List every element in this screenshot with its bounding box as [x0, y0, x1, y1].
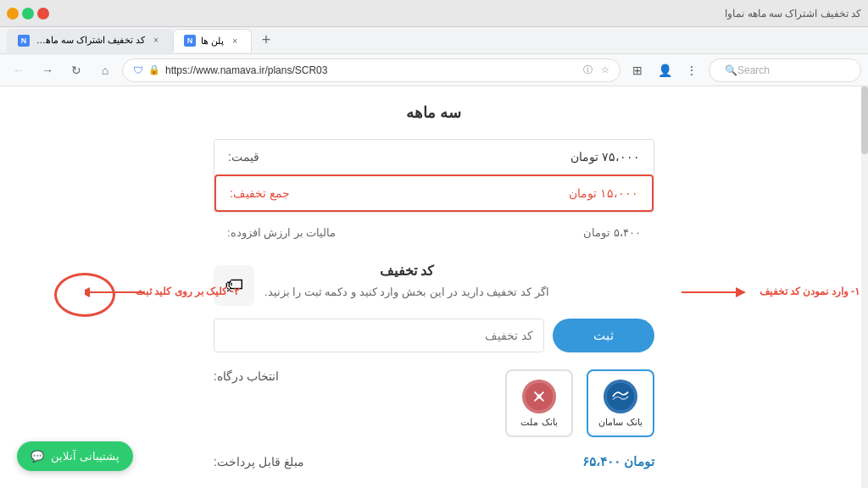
- circle-annotation: [54, 273, 115, 317]
- tab-discount[interactable]: N کد تخفیف اشتراک سه ماهه نماوا ×: [7, 29, 173, 53]
- saman-icon: [604, 380, 637, 413]
- mellat-icon: [522, 380, 556, 413]
- gateway-section: بانک سامان بانک ملت انتخاب درگا: [214, 369, 654, 437]
- gateway-saman[interactable]: بانک سامان: [587, 369, 654, 437]
- minimize-button[interactable]: [7, 8, 19, 19]
- tab-discount-label: کد تخفیف اشتراک سه ماهه نماوا: [35, 35, 145, 46]
- price-value: ۷۵،۰۰۰ تومان: [570, 150, 640, 164]
- security-icon: 🛡: [133, 64, 143, 76]
- search-bar[interactable]: 🔍 Search: [709, 58, 861, 82]
- discount-input-row: ثبت: [214, 319, 654, 352]
- profile-icon[interactable]: 👤: [653, 58, 676, 82]
- scrollbar-track[interactable]: [861, 86, 868, 488]
- discount-code-input[interactable]: [214, 319, 544, 352]
- gateway-label: انتخاب درگاه:: [214, 369, 279, 383]
- scrollbar-thumb[interactable]: [861, 86, 868, 154]
- title-bar: کد تخفیف اشتراک سه ماهه نماوا: [0, 0, 868, 27]
- support-icon: 💬: [31, 450, 44, 463]
- gateway-options: بانک سامان بانک ملت: [505, 369, 654, 437]
- bookmark-icon[interactable]: ☆: [601, 64, 609, 75]
- page-title: سه ماهه: [214, 103, 654, 122]
- svg-point-2: [537, 394, 541, 398]
- toolbar-icons: ⊞ 👤 ⋮: [626, 58, 704, 82]
- window-controls[interactable]: [7, 8, 49, 19]
- discount-row: ۱۵،۰۰۰ تومان جمع تخفیف:: [214, 175, 654, 212]
- arrow-2: [85, 280, 153, 305]
- mellat-label: بانک ملت: [520, 417, 557, 428]
- main-container: سه ماهه ۷۵،۰۰۰ تومان قیمت: ۱۵،۰۰۰ تومان …: [214, 86, 654, 488]
- home-button[interactable]: ⌂: [93, 58, 117, 82]
- support-label: پشتیبانی آنلاین: [51, 450, 120, 463]
- search-placeholder: Search: [737, 64, 770, 76]
- menu-icon[interactable]: ⋮: [680, 58, 704, 82]
- discount-section-desc: اگر کد تخفیف دارید در این بخش وارد کنید …: [264, 286, 549, 298]
- new-tab-button[interactable]: +: [255, 30, 277, 52]
- discount-code-icon: 🏷: [214, 265, 254, 306]
- total-label: مبلغ قابل پرداخت:: [214, 455, 304, 469]
- annotation-1: ۱- وارد نمودن کد تخفیف: [760, 286, 860, 297]
- arrow-1: [682, 280, 749, 305]
- price-row: ۷۵،۰۰۰ تومان قیمت:: [214, 140, 654, 175]
- support-button[interactable]: پشتیبانی آنلاین 💬: [17, 441, 133, 471]
- gateway-mellat[interactable]: بانک ملت: [505, 369, 573, 437]
- tab-plans[interactable]: N پلن ها ×: [173, 29, 252, 53]
- forward-button[interactable]: →: [36, 58, 59, 82]
- maximize-button[interactable]: [22, 8, 34, 19]
- register-button[interactable]: ثبت: [553, 319, 654, 352]
- discount-section-title: کد تخفیف: [264, 263, 549, 279]
- reload-button[interactable]: ↻: [64, 58, 88, 82]
- discount-value: ۱۵،۰۰۰ تومان: [569, 186, 638, 200]
- discount-label: جمع تخفیف:: [230, 186, 290, 200]
- info-icon: ⓘ: [583, 64, 593, 76]
- discount-section: کد تخفیف اگر کد تخفیف دارید در این بخش و…: [214, 263, 654, 352]
- payment-total: تومان ۶۵،۴۰۰ مبلغ قابل پرداخت:: [214, 454, 654, 469]
- search-icon: 🔍: [725, 64, 737, 76]
- close-button[interactable]: [37, 8, 49, 19]
- tab-icon-plans: N: [184, 35, 196, 47]
- tab-icon-discount: N: [18, 35, 30, 47]
- url-text: https://www.namava.ir/plans/SCR03: [165, 64, 578, 76]
- tax-value: ۵،۴۰۰ تومان: [583, 226, 641, 239]
- tab-close-discount[interactable]: ×: [150, 35, 162, 47]
- svg-point-0: [607, 382, 634, 409]
- tax-row: ۵،۴۰۰ تومان مالیات بر ارزش افزوده:: [214, 219, 654, 246]
- tabs-bar: N کد تخفیف اشتراک سه ماهه نماوا × N پلن …: [0, 27, 868, 54]
- saman-label: بانک سامان: [598, 417, 642, 428]
- total-value: تومان ۶۵،۴۰۰: [582, 454, 654, 469]
- url-bar[interactable]: 🛡 🔒 https://www.namava.ir/plans/SCR03 ⓘ …: [122, 58, 620, 82]
- tab-close-plans[interactable]: ×: [229, 35, 241, 47]
- tax-label: مالیات بر ارزش افزوده:: [227, 226, 336, 239]
- extensions-icon[interactable]: ⊞: [626, 58, 649, 82]
- price-label: قیمت:: [228, 150, 259, 164]
- address-bar: ← → ↻ ⌂ 🛡 🔒 https://www.namava.ir/plans/…: [0, 54, 868, 86]
- lock-icon: 🔒: [148, 64, 160, 75]
- title-text: کد تخفیف اشتراک سه ماهه نماوا: [725, 8, 861, 19]
- tab-plans-label: پلن ها: [201, 36, 224, 47]
- price-table: ۷۵،۰۰۰ تومان قیمت: ۱۵،۰۰۰ تومان جمع تخفی…: [214, 139, 654, 213]
- content-area: سه ماهه ۷۵،۰۰۰ تومان قیمت: ۱۵،۰۰۰ تومان …: [0, 86, 868, 488]
- back-button[interactable]: ←: [7, 58, 31, 82]
